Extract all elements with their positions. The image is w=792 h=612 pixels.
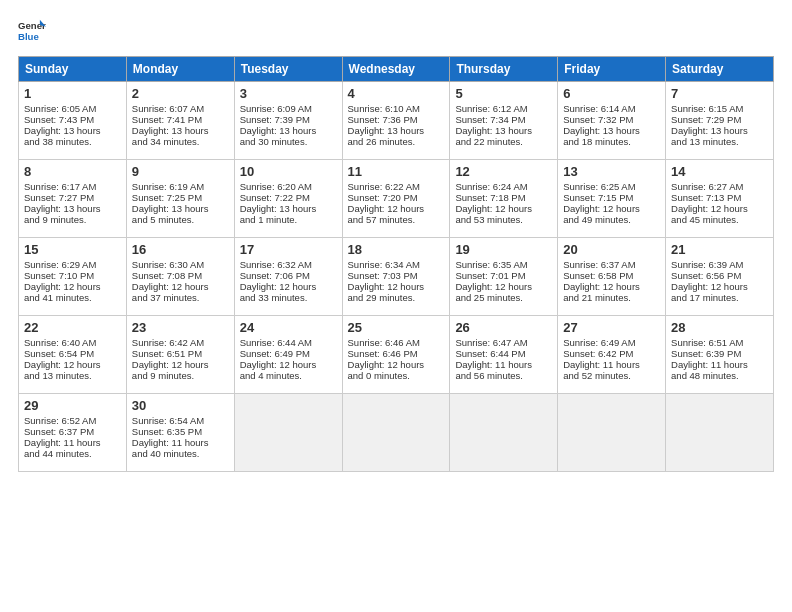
calendar-cell: 13Sunrise: 6:25 AMSunset: 7:15 PMDayligh… bbox=[558, 160, 666, 238]
day-info-line: Sunset: 7:39 PM bbox=[240, 114, 337, 125]
svg-text:Blue: Blue bbox=[18, 31, 39, 42]
calendar-cell bbox=[666, 394, 774, 472]
day-header-sunday: Sunday bbox=[19, 57, 127, 82]
day-number: 15 bbox=[24, 242, 121, 257]
day-info-line: Sunrise: 6:20 AM bbox=[240, 181, 337, 192]
day-info-line: Sunrise: 6:29 AM bbox=[24, 259, 121, 270]
day-info-line: Sunrise: 6:52 AM bbox=[24, 415, 121, 426]
day-info-line: and 49 minutes. bbox=[563, 214, 660, 225]
day-info-line: Daylight: 12 hours bbox=[348, 359, 445, 370]
day-info-line: Sunset: 7:27 PM bbox=[24, 192, 121, 203]
day-info-line: Sunrise: 6:25 AM bbox=[563, 181, 660, 192]
day-info-line: Daylight: 12 hours bbox=[455, 203, 552, 214]
day-number: 16 bbox=[132, 242, 229, 257]
day-info-line: Sunrise: 6:34 AM bbox=[348, 259, 445, 270]
day-info-line: Sunset: 6:39 PM bbox=[671, 348, 768, 359]
day-number: 28 bbox=[671, 320, 768, 335]
day-info-line: Sunrise: 6:22 AM bbox=[348, 181, 445, 192]
day-info-line: and 41 minutes. bbox=[24, 292, 121, 303]
day-info-line: Sunrise: 6:09 AM bbox=[240, 103, 337, 114]
day-number: 27 bbox=[563, 320, 660, 335]
day-info-line: Sunrise: 6:37 AM bbox=[563, 259, 660, 270]
day-number: 18 bbox=[348, 242, 445, 257]
day-info-line: Daylight: 12 hours bbox=[132, 281, 229, 292]
calendar-cell: 29Sunrise: 6:52 AMSunset: 6:37 PMDayligh… bbox=[19, 394, 127, 472]
calendar-cell: 30Sunrise: 6:54 AMSunset: 6:35 PMDayligh… bbox=[126, 394, 234, 472]
day-info-line: and 40 minutes. bbox=[132, 448, 229, 459]
calendar-cell: 14Sunrise: 6:27 AMSunset: 7:13 PMDayligh… bbox=[666, 160, 774, 238]
day-info-line: Sunrise: 6:30 AM bbox=[132, 259, 229, 270]
day-info-line: Sunset: 7:43 PM bbox=[24, 114, 121, 125]
day-info-line: Sunrise: 6:14 AM bbox=[563, 103, 660, 114]
calendar-cell: 3Sunrise: 6:09 AMSunset: 7:39 PMDaylight… bbox=[234, 82, 342, 160]
day-info-line: Sunrise: 6:24 AM bbox=[455, 181, 552, 192]
day-info-line: and 22 minutes. bbox=[455, 136, 552, 147]
day-info-line: and 29 minutes. bbox=[348, 292, 445, 303]
calendar-cell: 26Sunrise: 6:47 AMSunset: 6:44 PMDayligh… bbox=[450, 316, 558, 394]
day-number: 5 bbox=[455, 86, 552, 101]
day-info-line: and 34 minutes. bbox=[132, 136, 229, 147]
day-info-line: and 21 minutes. bbox=[563, 292, 660, 303]
day-number: 11 bbox=[348, 164, 445, 179]
day-header-saturday: Saturday bbox=[666, 57, 774, 82]
day-info-line: and 25 minutes. bbox=[455, 292, 552, 303]
day-info-line: Daylight: 11 hours bbox=[455, 359, 552, 370]
day-info-line: and 9 minutes. bbox=[132, 370, 229, 381]
day-info-line: Sunset: 6:54 PM bbox=[24, 348, 121, 359]
day-info-line: Sunset: 6:56 PM bbox=[671, 270, 768, 281]
day-info-line: Sunset: 7:15 PM bbox=[563, 192, 660, 203]
day-number: 4 bbox=[348, 86, 445, 101]
day-info-line: Sunrise: 6:49 AM bbox=[563, 337, 660, 348]
calendar-cell: 20Sunrise: 6:37 AMSunset: 6:58 PMDayligh… bbox=[558, 238, 666, 316]
day-info-line: Daylight: 12 hours bbox=[671, 281, 768, 292]
day-info-line: Sunset: 7:25 PM bbox=[132, 192, 229, 203]
day-info-line: Sunset: 6:49 PM bbox=[240, 348, 337, 359]
day-info-line: and 44 minutes. bbox=[24, 448, 121, 459]
day-info-line: and 0 minutes. bbox=[348, 370, 445, 381]
day-info-line: Daylight: 12 hours bbox=[24, 359, 121, 370]
calendar-cell: 23Sunrise: 6:42 AMSunset: 6:51 PMDayligh… bbox=[126, 316, 234, 394]
day-info-line: Sunrise: 6:27 AM bbox=[671, 181, 768, 192]
day-number: 14 bbox=[671, 164, 768, 179]
day-info-line: Sunset: 6:42 PM bbox=[563, 348, 660, 359]
day-info-line: Daylight: 12 hours bbox=[455, 281, 552, 292]
day-info-line: Sunset: 7:32 PM bbox=[563, 114, 660, 125]
day-number: 23 bbox=[132, 320, 229, 335]
day-info-line: Daylight: 12 hours bbox=[671, 203, 768, 214]
day-number: 10 bbox=[240, 164, 337, 179]
day-info-line: Sunrise: 6:42 AM bbox=[132, 337, 229, 348]
day-number: 7 bbox=[671, 86, 768, 101]
calendar-cell: 11Sunrise: 6:22 AMSunset: 7:20 PMDayligh… bbox=[342, 160, 450, 238]
day-info-line: and 13 minutes. bbox=[24, 370, 121, 381]
day-number: 2 bbox=[132, 86, 229, 101]
day-info-line: Daylight: 12 hours bbox=[240, 281, 337, 292]
day-info-line: Sunset: 7:10 PM bbox=[24, 270, 121, 281]
day-number: 6 bbox=[563, 86, 660, 101]
day-info-line: Sunrise: 6:32 AM bbox=[240, 259, 337, 270]
calendar-cell: 4Sunrise: 6:10 AMSunset: 7:36 PMDaylight… bbox=[342, 82, 450, 160]
day-number: 3 bbox=[240, 86, 337, 101]
day-number: 29 bbox=[24, 398, 121, 413]
calendar-cell: 5Sunrise: 6:12 AMSunset: 7:34 PMDaylight… bbox=[450, 82, 558, 160]
day-header-friday: Friday bbox=[558, 57, 666, 82]
calendar-cell bbox=[234, 394, 342, 472]
day-info-line: Daylight: 12 hours bbox=[348, 203, 445, 214]
day-info-line: Sunset: 6:58 PM bbox=[563, 270, 660, 281]
calendar-cell: 9Sunrise: 6:19 AMSunset: 7:25 PMDaylight… bbox=[126, 160, 234, 238]
day-number: 30 bbox=[132, 398, 229, 413]
day-info-line: and 53 minutes. bbox=[455, 214, 552, 225]
day-info-line: Sunset: 6:44 PM bbox=[455, 348, 552, 359]
day-info-line: Sunrise: 6:46 AM bbox=[348, 337, 445, 348]
day-info-line: Sunrise: 6:47 AM bbox=[455, 337, 552, 348]
day-number: 8 bbox=[24, 164, 121, 179]
day-info-line: Daylight: 12 hours bbox=[240, 359, 337, 370]
day-info-line: Sunset: 7:29 PM bbox=[671, 114, 768, 125]
day-info-line: and 9 minutes. bbox=[24, 214, 121, 225]
calendar-cell: 1Sunrise: 6:05 AMSunset: 7:43 PMDaylight… bbox=[19, 82, 127, 160]
calendar-cell: 7Sunrise: 6:15 AMSunset: 7:29 PMDaylight… bbox=[666, 82, 774, 160]
day-info-line: Daylight: 11 hours bbox=[671, 359, 768, 370]
calendar-cell: 19Sunrise: 6:35 AMSunset: 7:01 PMDayligh… bbox=[450, 238, 558, 316]
calendar-cell: 6Sunrise: 6:14 AMSunset: 7:32 PMDaylight… bbox=[558, 82, 666, 160]
day-info-line: Sunrise: 6:40 AM bbox=[24, 337, 121, 348]
day-number: 19 bbox=[455, 242, 552, 257]
